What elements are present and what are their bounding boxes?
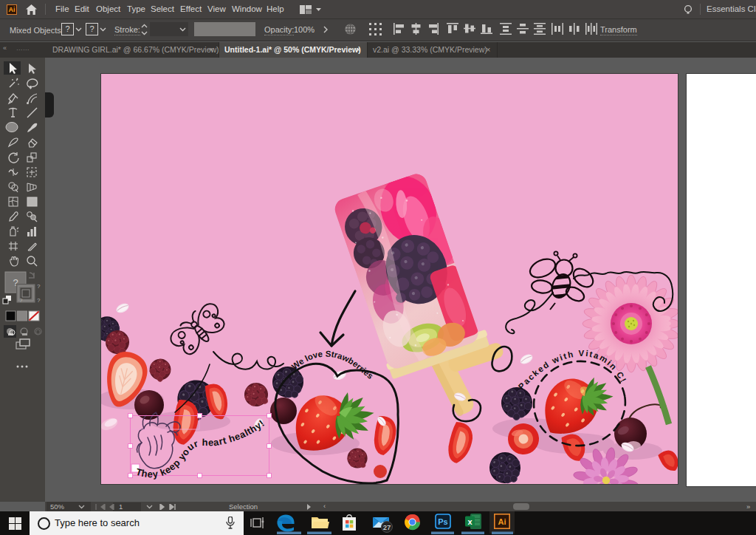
svg-text:x: x — [467, 517, 472, 526]
svg-text:27: 27 — [383, 523, 391, 531]
svg-text:?: ? — [37, 297, 41, 304]
svg-text:Ps: Ps — [438, 517, 447, 526]
svg-text:?: ? — [37, 283, 41, 290]
svg-text:Ai: Ai — [498, 517, 506, 526]
svg-text:?: ? — [19, 297, 23, 304]
